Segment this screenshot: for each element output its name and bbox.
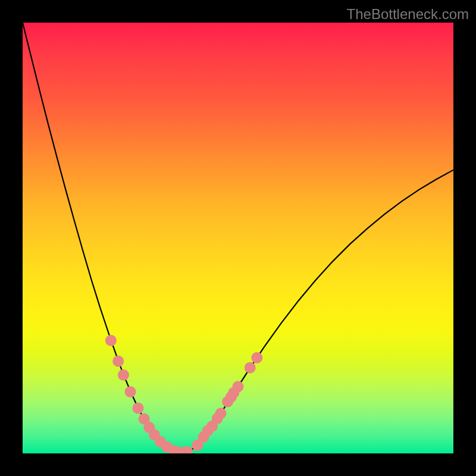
curve-marker [215, 408, 227, 419]
curve-marker [105, 335, 117, 346]
curve-marker [181, 446, 193, 453]
chart-svg [23, 23, 453, 453]
curve-marker [125, 386, 136, 397]
curve-marker [245, 362, 256, 373]
curve-marker [251, 352, 262, 364]
watermark-text: TheBottleneck.com [347, 6, 469, 23]
curve-marker [233, 381, 244, 392]
curve-markers [105, 335, 262, 453]
curve-marker [112, 356, 124, 367]
curve-marker [118, 369, 129, 381]
curve-marker [133, 402, 144, 414]
